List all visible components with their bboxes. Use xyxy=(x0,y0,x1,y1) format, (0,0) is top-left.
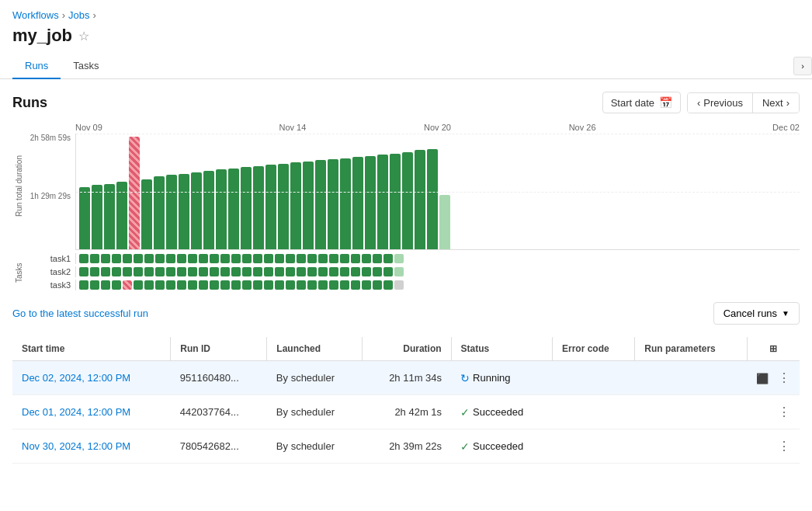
tab-runs[interactable]: Runs xyxy=(12,54,61,79)
task1-dots xyxy=(75,253,800,264)
td29 xyxy=(383,254,393,263)
x-label-nov09: Nov 09 xyxy=(75,123,220,132)
col-config-icon[interactable]: ⊞ xyxy=(747,337,800,361)
runs-title: Runs xyxy=(12,95,47,111)
td30 xyxy=(394,254,404,263)
col-duration: Duration xyxy=(363,337,451,361)
bar-23 xyxy=(352,157,363,249)
col-run-params: Run parameters xyxy=(635,337,748,361)
next-button[interactable]: Next › xyxy=(753,93,799,113)
td6 xyxy=(134,254,143,263)
chart-with-yticks: 2h 58m 59s 1h 29m 29s xyxy=(25,134,800,250)
cancel-runs-label: Cancel runs xyxy=(724,308,777,319)
dropdown-arrow-icon: ▼ xyxy=(782,309,789,318)
x-label-nov14: Nov 14 xyxy=(220,123,366,132)
bar-20 xyxy=(315,160,326,249)
y-tick-mid: 1h 29m 29s xyxy=(25,192,71,200)
more-actions-icon-2[interactable]: ⋮ xyxy=(775,403,793,421)
cell-duration-1: 2h 11m 34s xyxy=(363,361,451,395)
y-tick-top: 2h 58m 59s xyxy=(25,134,71,142)
cancel-runs-button[interactable]: Cancel runs ▼ xyxy=(713,302,800,325)
column-settings-icon[interactable]: ⊞ xyxy=(769,343,777,354)
runs-table: Start time Run ID Launched Duration Stat… xyxy=(12,337,800,464)
td8 xyxy=(155,254,165,263)
table-row: Dec 01, 2024, 12:00 PM 442037764... By s… xyxy=(12,395,800,429)
bar-30 xyxy=(439,195,450,249)
y-axis-label: Run total duration xyxy=(12,123,25,250)
more-actions-icon-3[interactable]: ⋮ xyxy=(775,437,793,455)
td26 xyxy=(351,254,360,263)
bar-12 xyxy=(216,169,227,249)
x-label-nov26: Nov 26 xyxy=(510,123,655,132)
col-error-code: Error code xyxy=(553,337,635,361)
bar-29 xyxy=(427,149,438,249)
td17 xyxy=(253,254,262,263)
bar-8 xyxy=(166,175,177,249)
task1-name: task1 xyxy=(25,254,75,263)
cell-run-id-2: 442037764... xyxy=(171,395,267,429)
breadcrumb: Workflows › Jobs › xyxy=(0,0,812,24)
stop-button-1[interactable]: ⬛ xyxy=(753,371,772,386)
cell-start-time-3[interactable]: Nov 30, 2024, 12:00 PM xyxy=(12,429,171,464)
bar-21 xyxy=(328,159,338,249)
cell-params-1 xyxy=(635,361,748,395)
bar-10 xyxy=(191,172,202,249)
go-latest-link[interactable]: Go to the latest successful run xyxy=(12,308,148,319)
td20 xyxy=(286,254,295,263)
x-axis-labels: Nov 09 Nov 14 Nov 20 Nov 26 Dec 02 xyxy=(75,123,800,132)
breadcrumb-jobs[interactable]: Jobs xyxy=(68,9,89,21)
td15 xyxy=(231,254,241,263)
td10 xyxy=(177,254,186,263)
bar-6 xyxy=(141,179,152,249)
bar-5 xyxy=(129,137,140,249)
tasks-section: Tasks task1 xyxy=(12,253,800,293)
cell-actions-1: ⬛ ⋮ xyxy=(747,361,800,395)
cell-launched-3: By scheduler xyxy=(267,429,363,464)
tab-tasks[interactable]: Tasks xyxy=(61,54,111,79)
td12 xyxy=(199,254,208,263)
cell-actions-3: ⋮ xyxy=(747,429,800,464)
x-label-nov20: Nov 20 xyxy=(365,123,510,132)
td5 xyxy=(123,254,132,263)
task3-name: task3 xyxy=(25,280,75,290)
footer-controls: Go to the latest successful run Cancel r… xyxy=(12,302,800,325)
td11 xyxy=(188,254,197,263)
start-date-label: Start date xyxy=(611,97,654,109)
cell-start-time-2[interactable]: Dec 01, 2024, 12:00 PM xyxy=(12,395,171,429)
previous-button[interactable]: ‹ Previous xyxy=(688,93,753,113)
tasks-y-label: Tasks xyxy=(12,253,25,293)
td7 xyxy=(144,254,154,263)
status-text-1: Running xyxy=(473,372,510,384)
task-row-2: task2 xyxy=(25,266,800,277)
breadcrumb-workflows[interactable]: Workflows xyxy=(12,9,59,21)
col-launched: Launched xyxy=(267,337,363,361)
cell-status-1: ↻ Running xyxy=(451,361,552,395)
runs-controls: Start date 📅 ‹ Previous Next › xyxy=(602,92,800,113)
more-actions-icon-1[interactable]: ⋮ xyxy=(775,369,793,387)
td1 xyxy=(79,254,88,263)
main-content: Runs Start date 📅 ‹ Previous Next › Run … xyxy=(0,79,812,476)
col-run-id: Run ID xyxy=(171,337,267,361)
table-row: Dec 02, 2024, 12:00 PM 951160480... By s… xyxy=(12,361,800,395)
status-text-2: Succeeded xyxy=(473,406,523,418)
cell-launched-1: By scheduler xyxy=(267,361,363,395)
cell-launched-2: By scheduler xyxy=(267,395,363,429)
start-date-button[interactable]: Start date 📅 xyxy=(602,92,681,113)
td18 xyxy=(264,254,273,263)
cell-status-2: ✓ Succeeded xyxy=(451,395,552,429)
task3-dots xyxy=(75,280,800,290)
chevron-left-icon: ‹ xyxy=(697,97,700,109)
breadcrumb-sep-1: › xyxy=(62,9,65,21)
bar-26 xyxy=(390,154,401,249)
col-start-time: Start time xyxy=(12,337,171,361)
cell-start-time-1[interactable]: Dec 02, 2024, 12:00 PM xyxy=(12,361,171,395)
star-icon[interactable]: ☆ xyxy=(78,29,89,43)
tab-expand-button[interactable]: › xyxy=(793,57,812,75)
bar-3 xyxy=(104,184,115,249)
cell-run-id-1: 951160480... xyxy=(171,361,267,395)
chevron-right-icon: › xyxy=(786,97,789,109)
tasks-grid: task1 xyxy=(25,253,800,293)
td28 xyxy=(373,254,382,263)
chart-inner: Nov 09 Nov 14 Nov 20 Nov 26 Dec 02 2h 58… xyxy=(25,123,800,250)
cell-error-1 xyxy=(553,361,635,395)
